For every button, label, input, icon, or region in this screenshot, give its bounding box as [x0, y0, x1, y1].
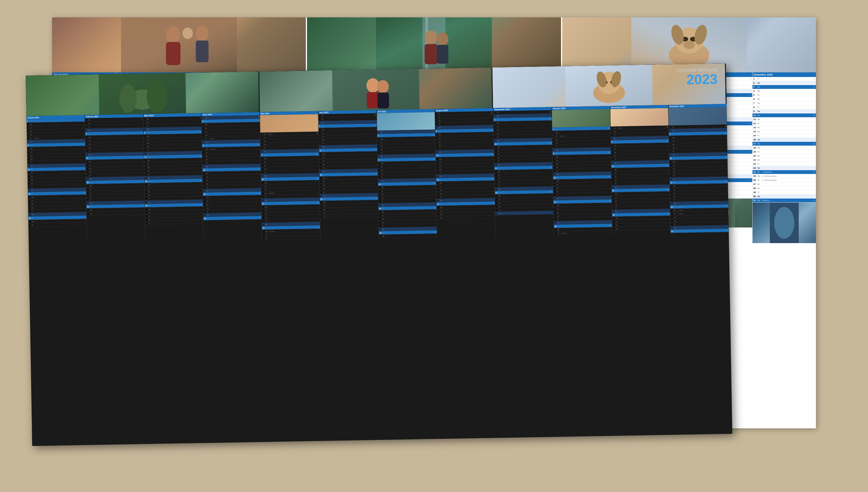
day-row: 20 Mi — [752, 154, 816, 158]
day-row: 8 Fr — [752, 105, 816, 109]
day-row: 15 Fr — [752, 134, 816, 138]
front-month-0: Januar 2023 1 So Neujahr 2 Mo 3 Di 4 Mi … — [26, 115, 87, 244]
svg-rect-36 — [99, 73, 186, 115]
day-row: 24 So Heiligabend 51 — [752, 170, 816, 174]
day-row: 13 Mi — [752, 126, 816, 130]
day-row: 7 Do — [752, 101, 816, 105]
front-month-9: Oktober 2023 1 So 39 2 Mo 3 Di Tag d. D … — [552, 106, 612, 235]
day-row-front: 30 Do — [612, 226, 670, 231]
day-row: 1 Fr 48 — [752, 77, 816, 81]
day-row: 4 Mo — [752, 89, 816, 93]
photo-couple — [307, 17, 562, 72]
calendar-container: Optionale Widmung 2023 — [29, 17, 839, 475]
front-months-section: Januar 2023 1 So Neujahr 2 Mo 3 Di 4 Mi … — [26, 104, 729, 244]
day-row-front: 31 Mi — [262, 236, 320, 241]
inline-photo-4 — [260, 114, 318, 132]
day-row: 18 Mo — [752, 146, 816, 150]
day-row: 9 Sa — [752, 109, 816, 114]
front-month-7: August 2023 1 Di 31 2 Mi 3 Do 4 Fr 5 Sa — [435, 108, 495, 237]
front-calendar: Optionale Widmung 2023 — [26, 64, 732, 446]
day-row: 12 Di — [752, 122, 816, 126]
day-row: 16 Sa — [752, 138, 816, 142]
day-row: 17 So 50 — [752, 142, 816, 146]
front-month-5: Juni 2023 1 Do 22 2 Fr 3 Sa 4 So 22 5 Mo — [318, 110, 379, 239]
inline-photo-6 — [377, 112, 435, 130]
day-row: 5 Di — [752, 93, 816, 97]
day-row-front: 30 So 17 — [203, 216, 261, 221]
svg-rect-15 — [376, 17, 492, 72]
inline-photo-9 — [552, 109, 610, 127]
month-header-dezember: Dezember 2023 — [752, 72, 816, 77]
day-row-front: 31 So Silveste 52 — [671, 229, 729, 233]
day-row-front: 31 Di — [28, 223, 86, 227]
front-month-10: November 2023 1 Mi Allerhei 44 2 Do 3 Fr… — [610, 105, 671, 234]
day-row: 21 Do — [752, 158, 816, 162]
day-row: 27 Mi — [752, 182, 816, 187]
front-year: 2023 — [677, 72, 718, 87]
day-row: 26 Di 2. Weihnachtstag — [752, 178, 816, 182]
front-month-2: März 2023 1 Mi 9 2 Do 3 Fr 4 Sa 5 So 9 6 — [143, 113, 204, 242]
day-row: 28 Do — [752, 187, 816, 191]
photo-family — [52, 17, 307, 72]
day-row-front: 31 Mo — [379, 233, 437, 238]
day-row: 29 Fr — [752, 191, 816, 195]
day-row: 19 Di — [752, 150, 816, 154]
day-row: 6 Mi — [752, 97, 816, 101]
inline-photo-10 — [610, 108, 669, 126]
day-row-front: 31 Fr — [145, 221, 203, 225]
svg-point-31 — [774, 207, 794, 239]
day-row: 23 Sa — [752, 166, 816, 170]
svg-rect-7 — [121, 17, 237, 72]
day-row-front: 31 Di Reformat — [554, 231, 612, 235]
photo-park — [26, 72, 260, 116]
front-month-11: Dezember 2023 1 Fr 48 2 Sa 3 So 48 4 Mo … — [668, 104, 729, 233]
day-row: 2 Sa — [752, 81, 816, 85]
day-row: 11 Mo — [752, 118, 816, 122]
inline-photo-11 — [669, 107, 727, 125]
photo-couple2 — [259, 68, 493, 112]
day-row: 31 So Silvester 52 — [752, 199, 816, 203]
day-row-front: 28 Di — [86, 211, 145, 216]
svg-rect-41 — [377, 92, 389, 108]
front-month-8: September 2023 1 Fr 35 2 Sa 3 So 35 4 Mo… — [493, 107, 554, 236]
dec-photo — [752, 203, 816, 243]
day-row: 25 Mo 1. Weihnachtstag — [752, 174, 816, 178]
front-month-1: Februar 2023 1 Mi 5 2 Do 3 Fr 4 Sa 5 So … — [85, 114, 145, 243]
front-month-3: April 2023 1 Sa 13 2 So 13 3 Mo 4 Di 5 M… — [202, 112, 262, 241]
day-row: 3 So 48 — [752, 85, 816, 89]
day-row: 30 Sa — [752, 195, 816, 199]
front-month-4: Mai 2023 1 Mo Tag der 18 2 Di 3 Mi 4 Do … — [260, 111, 320, 240]
day-row: 10 So 49 — [752, 114, 816, 118]
day-row-front: 31 Do — [437, 215, 495, 220]
back-month-11: Dezember 2023 1 Fr 48 2 Sa 3 So 48 4 Mo … — [752, 72, 816, 245]
day-row: 22 Fr — [752, 162, 816, 166]
day-row: 14 Do — [752, 130, 816, 134]
front-month-6: Juli 2023 1 Sa 26 2 So 26 3 Mo 4 Di 5 Mi — [377, 109, 437, 238]
day-row-front: 30 Sa — [495, 211, 553, 215]
day-row-front: 30 Fr — [320, 214, 378, 219]
